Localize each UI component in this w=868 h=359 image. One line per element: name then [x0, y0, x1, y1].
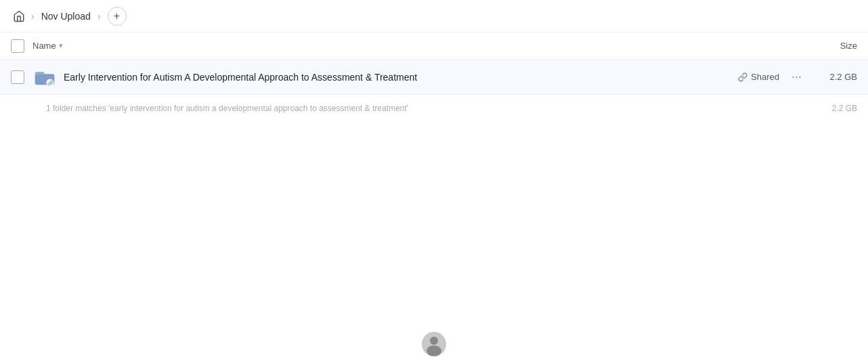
- summary-size: 2.2 GB: [817, 104, 857, 113]
- svg-point-4: [430, 337, 438, 345]
- summary-row: 1 folder matches 'early intervention for…: [0, 95, 868, 122]
- size-column-header: Size: [803, 41, 857, 51]
- name-column-header[interactable]: Name ▾: [32, 41, 803, 51]
- breadcrumb-nov-upload[interactable]: Nov Upload: [39, 9, 93, 23]
- row-checkbox[interactable]: [11, 70, 24, 84]
- bottom-area: [422, 332, 446, 359]
- add-button[interactable]: +: [108, 7, 127, 26]
- breadcrumb-separator-2: ›: [97, 11, 101, 22]
- sort-icon: ▾: [59, 41, 63, 50]
- folder-icon: 🔗: [32, 65, 57, 89]
- link-icon: [738, 72, 747, 82]
- home-icon[interactable]: [11, 8, 27, 24]
- summary-text: 1 folder matches 'early intervention for…: [46, 104, 817, 113]
- more-options-button[interactable]: ···: [787, 68, 806, 85]
- column-header-row: Name ▾ Size: [0, 33, 868, 60]
- shared-label: Shared: [751, 72, 779, 82]
- file-size: 2.2 GB: [817, 72, 857, 82]
- shared-badge: Shared: [738, 72, 779, 82]
- breadcrumb-separator-1: ›: [31, 11, 35, 22]
- svg-point-5: [427, 345, 441, 356]
- file-row[interactable]: 🔗 Early Intervention for Autism A Develo…: [0, 60, 868, 95]
- svg-text:🔗: 🔗: [47, 80, 53, 86]
- name-column-label: Name: [32, 41, 56, 51]
- file-name: Early Intervention for Autism A Developm…: [64, 72, 738, 83]
- select-all-checkbox[interactable]: [11, 39, 24, 53]
- breadcrumb-bar: › Nov Upload › +: [0, 0, 868, 33]
- avatar: [422, 332, 446, 356]
